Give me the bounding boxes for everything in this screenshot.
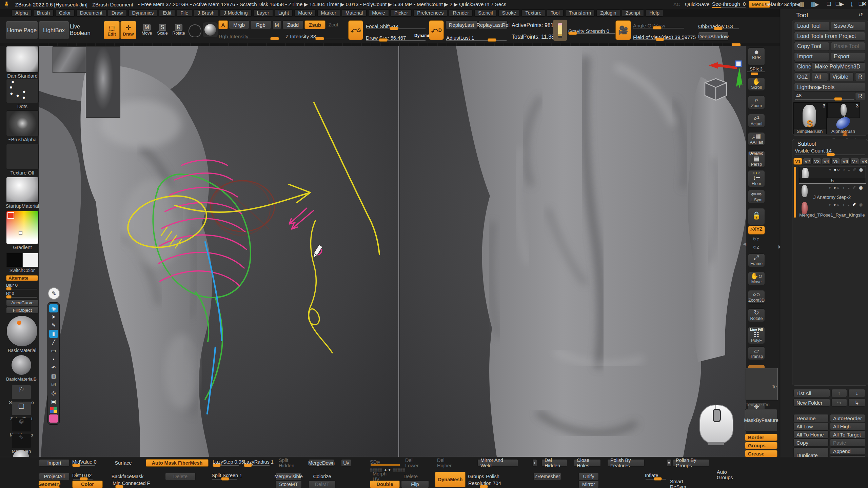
- mirror-and-weld-button[interactable]: Mirror And Weld: [477, 459, 518, 467]
- visible-count-handle[interactable]: [827, 153, 835, 156]
- clone-button[interactable]: Clone: [794, 62, 810, 71]
- rotate3d-button[interactable]: ↻Rotate: [748, 308, 765, 322]
- close-icon[interactable]: ✕: [862, 1, 867, 7]
- switch-color[interactable]: SwitchColor: [6, 253, 38, 267]
- divider-right-icon[interactable]: ||||▶: [811, 1, 818, 7]
- split-screen-divider[interactable]: [398, 46, 399, 457]
- deep-shadow-button[interactable]: DeepShadow: [698, 32, 729, 41]
- rgb-intensity-slider[interactable]: Rgb Intensity: [219, 35, 277, 39]
- import-tool-button[interactable]: Import: [794, 52, 829, 61]
- delete-morph-button[interactable]: Delete: [402, 473, 419, 480]
- projectall-button[interactable]: ProjectAll: [39, 473, 70, 480]
- material-basicmaterial[interactable]: BasicMaterial: [7, 316, 37, 346]
- live-boolean-button[interactable]: Live Boolean: [70, 21, 100, 39]
- goz-all-button[interactable]: All: [812, 73, 828, 81]
- active-color-swatch[interactable]: [49, 414, 58, 423]
- sculptris-icon[interactable]: [189, 24, 201, 37]
- menu-render[interactable]: Render: [449, 9, 473, 17]
- texture-thumbnail-off[interactable]: Texture Off: [6, 144, 39, 169]
- divider-left-icon[interactable]: ◀||||: [796, 1, 804, 7]
- autoreorder-button[interactable]: AutoReorder: [830, 414, 865, 422]
- history-thumbnail-1[interactable]: [53, 46, 86, 73]
- paste-subtool-button[interactable]: Paste: [830, 439, 865, 447]
- tray-divider-handle[interactable]: [732, 43, 741, 46]
- tab-v5[interactable]: V5: [831, 158, 840, 165]
- fillobject-button[interactable]: FillObject: [6, 307, 39, 313]
- mrgb-button[interactable]: Mrgb: [229, 20, 249, 29]
- rf-slider[interactable]: Rf 0: [6, 291, 38, 298]
- texture-on-label[interactable]: Texture On: [746, 402, 770, 407]
- history-thumbnail-2[interactable]: [86, 46, 120, 118]
- color-picker-handle[interactable]: [19, 231, 22, 235]
- quicksave-button[interactable]: QuickSave: [685, 1, 710, 7]
- palette-icon[interactable]: [49, 406, 58, 414]
- lock-camera-button[interactable]: 🔒: [748, 208, 765, 225]
- split-hidden-button[interactable]: Split Hidden: [276, 459, 301, 467]
- brush-thumbnail-damstandard[interactable]: DamStandard: [6, 46, 39, 73]
- zoom-button[interactable]: ⌕Zoom: [748, 96, 765, 109]
- texture-preview-box[interactable]: Te: [745, 368, 778, 400]
- lsym-button[interactable]: ⇦⇨L.Sym: [748, 190, 765, 203]
- dynamic-brush-icon[interactable]: ⤺D: [429, 20, 444, 40]
- minimize-icon[interactable]: ⭳: [849, 1, 854, 7]
- smart-resym-button[interactable]: Smart ReSym: [667, 481, 696, 488]
- camera-icon[interactable]: 🎥: [615, 20, 631, 40]
- subtool-scrollbar[interactable]: [794, 167, 796, 218]
- axis-z-button[interactable]: ↻Z: [748, 244, 764, 252]
- unify-button[interactable]: Unify: [578, 473, 599, 480]
- paste-tool-button[interactable]: Paste Tool: [831, 42, 865, 51]
- lightbox-button[interactable]: LightBox: [39, 21, 69, 39]
- double-toggle[interactable]: Double: [370, 481, 400, 488]
- subtool-item-active[interactable]: ▾ ●○ ◑ ◒ ✐ ◉ 5: [799, 166, 866, 184]
- gravity-pencil-icon[interactable]: [553, 20, 567, 41]
- draw-button[interactable]: ✛Draw: [120, 21, 136, 39]
- zsub-button[interactable]: Zsub: [304, 20, 326, 29]
- copy-subtool-button[interactable]: Copy: [793, 439, 829, 447]
- menu-picker[interactable]: Picker: [391, 9, 412, 17]
- scale-button[interactable]: SScale: [155, 22, 170, 37]
- menu-zscript[interactable]: Zscript: [622, 9, 644, 17]
- menu-stencil[interactable]: Stencil: [474, 9, 497, 17]
- list-all-button[interactable]: List All: [793, 389, 830, 397]
- polish-by-groups-button[interactable]: Polish By Groups: [673, 459, 709, 467]
- midvalue-slider[interactable]: MidValue 0: [72, 459, 96, 466]
- load-tool-button[interactable]: Load Tool: [794, 22, 829, 30]
- menu-alpha[interactable]: Alpha: [12, 9, 32, 17]
- alpha-thumbnail-brushalpha[interactable]: ~BrushAlpha: [6, 110, 39, 136]
- lazystep-slider[interactable]: LazyStep 0.05: [213, 459, 240, 466]
- dynamesh-button[interactable]: DynaMesh: [435, 472, 466, 487]
- menu-tool[interactable]: Tool: [547, 9, 564, 17]
- morph-uv-button[interactable]: Morph UV: [370, 473, 391, 480]
- zremesher-button[interactable]: ZRemesher: [533, 473, 561, 480]
- close-holes-button[interactable]: Close Holes: [574, 459, 601, 467]
- menu-texture[interactable]: Texture: [521, 9, 545, 17]
- lightbox-tools-button[interactable]: Lightbox▶Tools: [794, 83, 865, 92]
- window-cascade-icon[interactable]: ❐▶: [835, 1, 844, 7]
- inflate-slider[interactable]: Inflate: [645, 473, 667, 480]
- menu-stroke[interactable]: Stroke: [498, 9, 520, 17]
- del-higher-button[interactable]: Del Higher: [434, 459, 457, 467]
- auto-mask-fibermesh-button[interactable]: Auto Mask FiberMesh: [146, 459, 209, 467]
- del-hidden-button[interactable]: Del Hidden: [541, 459, 567, 467]
- brush-maskpen[interactable]: ✎MaskPen: [12, 434, 31, 448]
- dynamesh-polish-button[interactable]: Polish: [485, 473, 500, 480]
- stroke-thumbnail-dots[interactable]: ●● ● ● ● ●Dots: [6, 79, 39, 103]
- goz-button[interactable]: GoZ: [794, 73, 810, 81]
- copy-tool-button[interactable]: Copy Tool: [794, 42, 829, 51]
- canvas-viewport[interactable]: [39, 46, 746, 457]
- split-screen-slider[interactable]: Split Screen 1: [212, 473, 238, 480]
- dist-slider[interactable]: Dist 0.02: [72, 473, 93, 480]
- eraser-icon[interactable]: ▭: [49, 347, 58, 355]
- actual-button[interactable]: ⌕¹Actual: [748, 114, 765, 127]
- polish-by-features-button[interactable]: Polish By Features: [607, 459, 645, 467]
- cube-gizmo-icon[interactable]: [705, 79, 727, 100]
- transp-button[interactable]: ▱Transp: [748, 346, 765, 360]
- camera-capture-icon[interactable]: ◎: [49, 389, 58, 397]
- menu-material[interactable]: Material: [342, 9, 367, 17]
- tab-v7[interactable]: V7: [850, 158, 859, 165]
- crease-toggle[interactable]: Crease: [745, 450, 777, 457]
- dynamesh-groups-button[interactable]: Groups: [468, 473, 484, 480]
- color-picker[interactable]: Gradient: [6, 211, 39, 244]
- alternate-button[interactable]: Alternate: [6, 275, 38, 281]
- rgb-button[interactable]: Rgb: [250, 20, 271, 29]
